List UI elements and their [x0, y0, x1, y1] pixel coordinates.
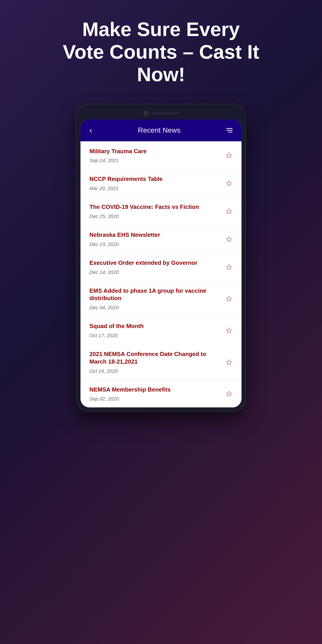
app-header: ‹ Recent News — [80, 120, 242, 141]
star-icon[interactable]: ☆ — [226, 179, 232, 188]
menu-button[interactable] — [226, 128, 232, 132]
star-icon[interactable]: ☆ — [226, 235, 232, 243]
list-item[interactable]: Nebraska EHS Newsletter Dec 23, 2020 ☆ — [80, 225, 242, 253]
star-icon[interactable]: ☆ — [226, 326, 232, 334]
news-item-date: Dec 23, 2020 — [90, 242, 221, 247]
news-item-title: Nebraska EHS Newsletter — [90, 231, 221, 239]
star-icon[interactable]: ☆ — [226, 295, 232, 303]
back-button[interactable]: ‹ — [90, 126, 92, 135]
list-item[interactable]: Military Trauma Care Sep 24, 2021 ☆ — [80, 141, 242, 169]
news-item-title: NCCP Requirements Table — [90, 175, 221, 183]
list-item[interactable]: The COVID-19 Vaccine: Facts vs Fiction D… — [80, 197, 242, 225]
news-item-date: Sep 02, 2020 — [90, 396, 221, 402]
hero-title: Make Sure Every Vote Counts – Cast It No… — [60, 18, 262, 86]
news-list: Military Trauma Care Sep 24, 2021 ☆ NCCP… — [80, 141, 242, 408]
menu-bar-3 — [228, 132, 232, 132]
star-icon[interactable]: ☆ — [226, 358, 232, 366]
list-item[interactable]: Executive Order extended by Governor Dec… — [80, 253, 242, 281]
phone-screen: ‹ Recent News Military Trauma Care Sep 2… — [80, 120, 242, 408]
star-icon[interactable]: ☆ — [226, 152, 232, 160]
list-item[interactable]: 2021 NEMSA Conference Date Changed to Ma… — [80, 344, 242, 380]
star-icon[interactable]: ☆ — [226, 390, 232, 398]
phone-notch — [80, 108, 242, 120]
list-item[interactable]: EMS Added to phase 1A group for vaccine … — [80, 281, 242, 316]
phone-speaker — [152, 112, 178, 114]
news-item-date: Dec 25, 2020 — [90, 214, 221, 219]
news-item-date: Oct 14, 2020 — [90, 368, 221, 374]
phone-camera — [144, 111, 149, 116]
header-title: Recent News — [92, 126, 226, 134]
news-item-date: Sep 24, 2021 — [90, 158, 221, 164]
phone-frame: ‹ Recent News Military Trauma Care Sep 2… — [76, 104, 246, 412]
news-item-title: The COVID-19 Vaccine: Facts vs Fiction — [90, 203, 221, 211]
list-item[interactable]: NEMSA Membership Benefits Sep 02, 2020 ☆ — [80, 380, 242, 408]
news-item-date: Dec 04, 2020 — [90, 305, 221, 310]
news-item-date: Dec 14, 2020 — [90, 270, 221, 275]
news-item-title: Squad of the Month — [90, 322, 221, 330]
star-icon[interactable]: ☆ — [226, 263, 232, 271]
news-item-title: Military Trauma Care — [90, 148, 221, 155]
news-item-title: EMS Added to phase 1A group for vaccine … — [90, 287, 221, 302]
menu-bar-2 — [226, 130, 232, 130]
news-item-date: Oct 17, 2020 — [90, 333, 221, 338]
news-item-date: Mar 20, 2021 — [90, 186, 221, 192]
star-icon[interactable]: ☆ — [226, 207, 232, 215]
news-item-title: 2021 NEMSA Conference Date Changed to Ma… — [90, 350, 221, 366]
news-item-title: Executive Order extended by Governor — [90, 259, 221, 267]
news-item-title: NEMSA Membership Benefits — [90, 386, 221, 394]
menu-bar-1 — [226, 128, 232, 129]
list-item[interactable]: NCCP Requirements Table Mar 20, 2021 ☆ — [80, 169, 242, 197]
list-item[interactable]: Squad of the Month Oct 17, 2020 ☆ — [80, 316, 242, 344]
